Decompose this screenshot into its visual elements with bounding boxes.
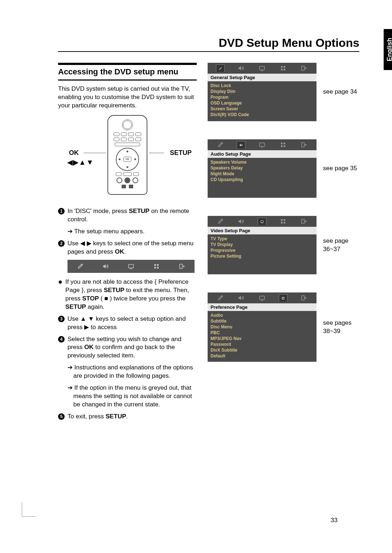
tv-icon <box>127 263 135 270</box>
menu-item: Disc Menu <box>211 324 314 330</box>
settings-icon <box>279 218 287 225</box>
step-number: 4 <box>58 336 65 343</box>
menu-header: Video Setup Page <box>208 227 317 234</box>
menu-tabs <box>208 292 317 303</box>
tools-icon <box>216 141 225 148</box>
svg-rect-26 <box>283 297 284 298</box>
svg-rect-13 <box>281 143 283 144</box>
svg-rect-23 <box>302 219 305 224</box>
menu-item: PBC <box>211 330 314 336</box>
menu-item: Picture Setting <box>211 253 314 259</box>
menu-item: CD Upsampling <box>211 177 314 183</box>
menu-item: Subtitle <box>211 318 314 324</box>
svg-rect-16 <box>283 146 285 147</box>
svg-rect-12 <box>260 143 265 147</box>
menu-item: TV Type <box>211 236 314 242</box>
menu-header: Audio Setup Page <box>208 150 317 158</box>
remote-body: OK <box>107 115 147 195</box>
menu-item: Disc Lock <box>211 83 314 89</box>
step-4-note-2: If the option in the menu is greyed out,… <box>64 384 197 409</box>
svg-rect-11 <box>302 66 305 70</box>
menu-item: Password <box>211 341 314 347</box>
menu-tabs <box>208 63 317 74</box>
svg-rect-25 <box>282 297 283 298</box>
step-number: 5 <box>58 413 65 420</box>
page-number: 33 <box>331 517 338 524</box>
svg-rect-28 <box>283 298 284 299</box>
menu-item: DivX(R) VOD Code <box>211 112 314 118</box>
svg-rect-15 <box>281 146 283 147</box>
remote-label-setup: SETUP <box>170 149 192 157</box>
menu-item: Default <box>211 353 314 359</box>
speaker-icon <box>237 218 245 225</box>
tv-icon <box>258 294 266 302</box>
menu-item: OSD Language <box>211 100 314 106</box>
settings-icon <box>279 65 287 72</box>
step-number: 2 <box>58 240 65 247</box>
menu-body: AudioSubtitleDisc MenuPBCMP3/JPEG NavPas… <box>208 311 317 362</box>
setup-screen-block: General Setup PageDisc LockDisplay DimPr… <box>208 63 359 121</box>
exit-icon <box>177 263 186 270</box>
tv-icon <box>258 65 266 72</box>
menu-item: Screen Saver <box>211 106 314 112</box>
menu-item: Night Mode <box>211 171 314 177</box>
menu-header: General Setup Page <box>208 74 317 81</box>
remote-label-arrows: ◀▶▲▼ <box>67 158 94 167</box>
page-reference: see page 36~37 <box>323 237 359 253</box>
step-2: 2 Use ◀ ▶ keys to select one of the setu… <box>58 239 197 256</box>
page-reference: see pages 38~39 <box>323 319 359 335</box>
svg-rect-9 <box>281 69 283 71</box>
crop-mark <box>22 502 36 517</box>
menu-item: Speakers Delay <box>211 165 314 171</box>
menu-item: Speakers Volume <box>211 159 314 165</box>
step-1-note: The setup menu appears. <box>64 228 197 236</box>
intro-paragraph: This DVD system setup is carried out via… <box>58 85 197 110</box>
svg-rect-21 <box>281 222 283 224</box>
speaker-icon <box>237 65 245 72</box>
menu-item: Display Dim <box>211 89 314 94</box>
section-heading: Accessing the DVD setup menu <box>58 63 197 81</box>
svg-rect-19 <box>281 219 283 221</box>
speaker-icon <box>237 141 245 148</box>
step-3: 3 Use ▲ ▼ keys to select a setup option … <box>58 315 197 332</box>
svg-rect-6 <box>260 66 265 70</box>
menu-item: Audio <box>211 312 314 318</box>
exit-icon <box>299 141 308 148</box>
svg-rect-0 <box>128 265 134 268</box>
svg-rect-22 <box>283 222 285 224</box>
svg-rect-8 <box>283 66 285 68</box>
menu-body: Speakers VolumeSpeakers DelayNight ModeC… <box>208 158 317 198</box>
callout-line <box>149 153 164 153</box>
menu-item: Progressive <box>211 247 314 253</box>
menu-body: TV TypeTV DisplayProgressivePicture Sett… <box>208 234 317 274</box>
svg-rect-10 <box>283 69 285 71</box>
page-reference: see page 34 <box>323 88 359 96</box>
menu-body: Disc LockDisplay DimProgramOSD LanguageS… <box>208 81 317 121</box>
remote-diagram: OK ◀▶▲▼ SETUP OK <box>58 115 197 202</box>
language-tab: English <box>384 29 392 70</box>
exit-icon <box>299 218 308 225</box>
svg-rect-27 <box>282 298 283 299</box>
svg-rect-3 <box>154 267 156 269</box>
svg-rect-24 <box>260 296 265 300</box>
step-number: 1 <box>58 208 65 214</box>
svg-rect-18 <box>261 221 264 222</box>
svg-rect-14 <box>283 143 285 144</box>
menu-tabs <box>208 139 317 150</box>
menu-header: Preference Page <box>208 303 317 311</box>
setup-screen-block: Audio Setup PageSpeakers VolumeSpeakers … <box>208 139 359 198</box>
settings-icon <box>279 294 287 302</box>
step-5: 5 To exit, press SETUP. <box>58 413 197 421</box>
speaker-icon <box>237 294 245 302</box>
callout-line <box>83 153 106 153</box>
tv-icon <box>258 218 266 225</box>
menu-screen: Preference PageAudioSubtitleDisc MenuPBC… <box>208 292 317 362</box>
step-4-note-1: Instructions and explanations of the opt… <box>64 364 197 380</box>
svg-rect-29 <box>302 296 305 300</box>
menu-item: MP3/JPEG Nav <box>211 336 314 341</box>
tools-icon <box>216 294 225 302</box>
exit-icon <box>299 65 308 72</box>
remote-label-ok: OK <box>69 149 79 157</box>
svg-rect-17 <box>302 143 305 147</box>
page-reference: see page 35 <box>323 164 359 172</box>
